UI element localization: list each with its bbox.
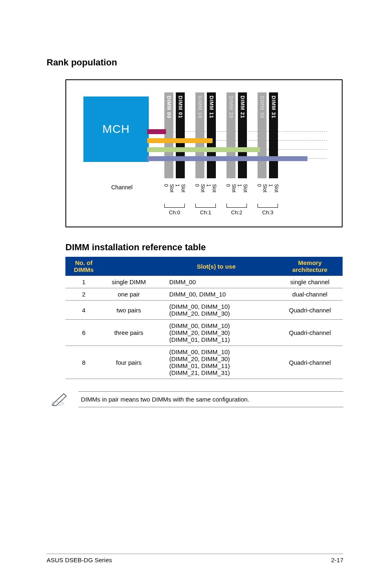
dimm-label: DIMM 21	[240, 96, 245, 119]
cell-arch: Quadri-channel	[277, 346, 343, 379]
table-row: 8four pairs(DIMM_00, DIMM_10)(DIMM_20, D…	[65, 346, 343, 379]
channel-group-3: DIMM 30 Slot 0 DIMM 31 Slot 1 Ch:3	[258, 92, 278, 178]
slot-label: Slot 0	[256, 184, 268, 193]
table-header-empty	[102, 257, 155, 276]
dimm-slot: DIMM 30 Slot 0	[258, 92, 267, 178]
dimm-slot: DIMM 11 Slot 1	[207, 92, 216, 178]
channel-label: Channel	[111, 184, 132, 191]
page-footer: ASUS DSEB-DG Series 2-17	[47, 554, 343, 563]
cell-arch: dual-channel	[277, 288, 343, 301]
cell-no: 6	[65, 320, 102, 346]
dimm-label: DIMM 31	[271, 96, 276, 119]
cell-desc: four pairs	[102, 346, 155, 379]
cell-desc: two pairs	[102, 301, 155, 320]
bar-ch3	[147, 156, 307, 161]
table-header-arch: Memory architecture	[277, 257, 343, 276]
dimm-label: DIMM 10	[197, 96, 203, 119]
cell-slots: (DIMM_00, DIMM_10)(DIMM_20, DIMM_30)(DIM…	[155, 320, 277, 346]
slot-label: Slot 0	[225, 184, 237, 193]
pencil-icon	[52, 391, 69, 406]
dimm-reference-table: No. of DIMMs Slot(s) to use Memory archi…	[65, 257, 343, 379]
channel-group-0: DIMM 00 Slot 0 DIMM 01 Slot 1 Ch:0	[164, 92, 185, 178]
dimm-slot: DIMM 20 Slot 0	[226, 92, 235, 178]
cell-slots: (DIMM_00, DIMM_10)(DIMM_20, DIMM_30)	[155, 301, 277, 320]
slot-label: Slot 1	[175, 184, 186, 193]
cell-arch: Quadri-channel	[277, 301, 343, 320]
dimm-label: DIMM 11	[208, 96, 214, 119]
channel-group-1: DIMM 10 Slot 0 DIMM 11 Slot 1 Ch:1	[195, 92, 216, 178]
cell-no: 4	[65, 301, 102, 320]
footer-right: 2-17	[331, 557, 343, 563]
cell-desc: single DIMM	[102, 276, 155, 288]
bar-ch0	[147, 129, 166, 134]
dimm-slot: DIMM 21 Slot 1	[238, 92, 247, 178]
channel-name: Ch:1	[200, 209, 211, 215]
bar-ch1	[147, 138, 213, 143]
slot-label: Slot 1	[206, 184, 217, 193]
dimm-slot: DIMM 31 Slot 1	[269, 92, 278, 178]
dimm-slot: DIMM 00 Slot 0	[164, 92, 173, 178]
dimm-label: DIMM 30	[259, 96, 265, 119]
channel-name: Ch:3	[262, 209, 273, 215]
cell-arch: Quadri-channel	[277, 320, 343, 346]
table-header-no: No. of DIMMs	[65, 257, 102, 276]
slot-label: Slot 1	[237, 184, 248, 193]
cell-no: 1	[65, 276, 102, 288]
dimm-label: DIMM 20	[228, 96, 234, 119]
slot-label: Slot 1	[268, 184, 279, 193]
rank-population-diagram: MCH Channel DIMM 00 Slot 0 DIMM 01 Slot …	[65, 79, 343, 227]
footer-left: ASUS DSEB-DG Series	[47, 557, 112, 563]
note-text: DIMMs in pair means two DIMMs with the s…	[78, 391, 343, 407]
dimm-slot: DIMM 01 Slot 1	[176, 92, 185, 178]
cell-slots: (DIMM_00, DIMM_10)(DIMM_20, DIMM_30)(DIM…	[155, 346, 277, 379]
cell-arch: single channel	[277, 276, 343, 288]
cell-desc: one pair	[102, 288, 155, 301]
cell-no: 8	[65, 346, 102, 379]
table-row: 6three pairs(DIMM_00, DIMM_10)(DIMM_20, …	[65, 320, 343, 346]
table-row: 2one pairDIMM_00, DIMM_10dual-channel	[65, 288, 343, 301]
dimm-slot: DIMM 10 Slot 0	[195, 92, 204, 178]
cell-desc: three pairs	[102, 320, 155, 346]
table-header-slots: Slot(s) to use	[155, 257, 277, 276]
slot-label: Slot 0	[163, 184, 175, 193]
mch-block: MCH	[83, 97, 149, 162]
dimm-table-section: DIMM installation reference table No. of…	[47, 242, 343, 379]
channel-group-2: DIMM 20 Slot 0 DIMM 21 Slot 1 Ch:2	[226, 92, 247, 178]
heading-dimm-table: DIMM installation reference table	[65, 242, 343, 253]
table-row: 4two pairs(DIMM_00, DIMM_10)(DIMM_20, DI…	[65, 301, 343, 320]
cell-slots: DIMM_00	[155, 276, 277, 288]
cell-slots: DIMM_00, DIMM_10	[155, 288, 277, 301]
diagram-container: MCH Channel DIMM 00 Slot 0 DIMM 01 Slot …	[47, 79, 343, 227]
channel-name: Ch:0	[169, 209, 180, 215]
table-row: 1single DIMMDIMM_00single channel	[65, 276, 343, 288]
heading-rank-population: Rank population	[47, 57, 343, 68]
note-block: DIMMs in pair means two DIMMs with the s…	[52, 391, 343, 407]
dimm-slots: DIMM 00 Slot 0 DIMM 01 Slot 1 Ch:0 DIMM …	[164, 92, 278, 178]
dimm-label: DIMM 01	[177, 96, 183, 119]
mch-label: MCH	[103, 123, 130, 136]
dimm-label: DIMM 00	[166, 96, 172, 119]
slot-label: Slot 0	[194, 184, 206, 193]
bar-ch2	[147, 147, 260, 152]
channel-name: Ch:2	[231, 209, 242, 215]
cell-no: 2	[65, 288, 102, 301]
